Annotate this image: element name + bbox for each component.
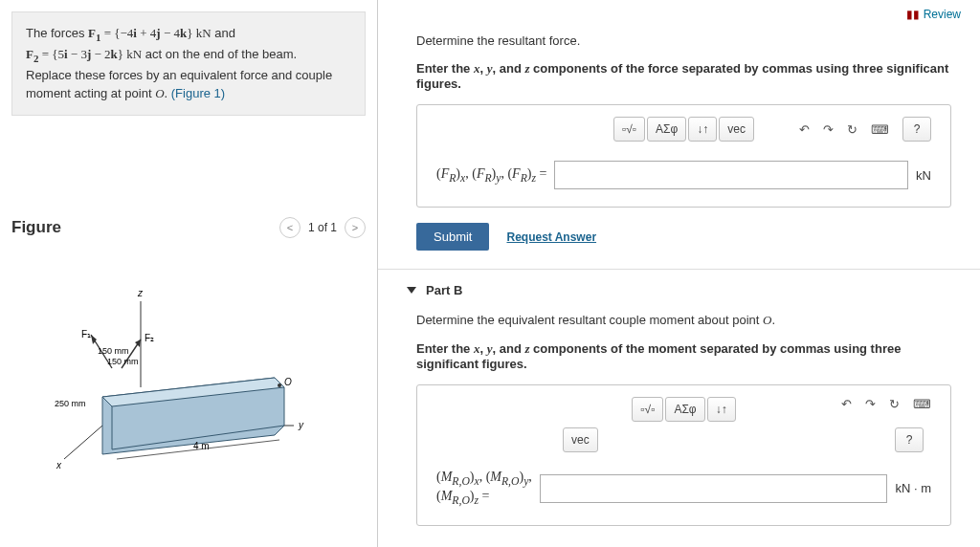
point-o-label: O [284,377,292,387]
axis-x-label: x [56,460,62,470]
part-a-toolbar: ▫√▫ ΑΣφ ↓↑ vec ↶ ↷ ↻ ⌨ ? [436,117,931,142]
problem-text: The forces [26,26,88,40]
part-b-input-row: (MR,O)x, (MR,O)y,(MR,O)z = kN · m [436,470,931,508]
reset-button-b[interactable]: ↻ [889,397,900,411]
part-b-input-panel: ▫√▫ ΑΣφ ↓↑ ↶ ↷ ↻ ⌨ vec ? [416,384,951,526]
collapse-icon [407,287,416,294]
part-a-instruction: Determine the resultant force. [416,33,951,48]
redo-button-b[interactable]: ↷ [865,397,876,411]
part-a-unit: kN [916,168,931,183]
part-a-answer-input[interactable] [554,161,908,189]
help-button-b[interactable]: ? [895,427,924,452]
part-b-answer-input[interactable] [540,474,888,503]
updown-button[interactable]: ↓↑ [688,117,717,142]
svg-point-7 [278,383,281,387]
part-a-input-row: (FR)x, (FR)y, (FR)z = kN [436,161,931,189]
part-a-var-label: (FR)x, (FR)y, (FR)z = [436,166,546,185]
dim-150-1: 150 mm [98,346,129,356]
text-act: act on the end of the beam. [142,47,297,61]
part-b-header[interactable]: Part B [378,274,980,307]
figure-image: x y z O F₁ F₂ 150 [11,273,366,483]
part-b: Determine the equivalent resultant coupl… [378,307,980,540]
f1-label: F₁ [81,329,91,339]
figure-nav: < 1 of 1 > [279,217,366,238]
right-panel: ▮▮ Review Determine the resultant force.… [378,0,980,547]
f2-label: F₂ [145,333,154,343]
part-a: Determine the resultant force. Enter the… [378,0,980,265]
part-a-sub-instruction: Enter the x, y, and z components of the … [416,61,951,91]
dim-250: 250 mm [55,399,86,408]
vec-button[interactable]: vec [719,117,754,142]
figure-link[interactable]: (Figure 1) [171,86,225,100]
f2-expr: = {5i − 3j − 2k} kN [38,47,142,61]
undo-button-b[interactable]: ↶ [841,397,852,411]
part-b-toolbar: ▫√▫ ΑΣφ ↓↑ ↶ ↷ ↻ ⌨ vec ? [436,397,931,452]
greek-button-b[interactable]: ΑΣφ [665,397,704,422]
updown-button-b[interactable]: ↓↑ [707,397,736,422]
vec-button-b[interactable]: vec [563,427,598,452]
f2-symbol: F2 [26,47,38,61]
text-and: and [212,26,235,40]
dim-150-2: 150 mm [107,357,139,366]
figure-title: Figure [11,218,61,237]
part-b-var-label: (MR,O)x, (MR,O)y,(MR,O)z = [436,470,532,508]
figure-prev-button[interactable]: < [279,217,301,238]
part-b-instruction: Determine the equivalent resultant coupl… [416,313,951,328]
keyboard-button-b[interactable]: ⌨ [913,397,931,411]
reset-button[interactable]: ↻ [847,122,858,137]
figure-header: Figure < 1 of 1 > [11,211,366,244]
part-a-input-panel: ▫√▫ ΑΣφ ↓↑ vec ↶ ↷ ↻ ⌨ ? (FR)x, (FR)y, (… [416,104,951,208]
problem-statement: The forces F1 = {−4i + 4j − 4k} kN and F… [11,11,366,116]
part-a-request-answer[interactable]: Request Answer [506,230,596,244]
review-link[interactable]: ▮▮ Review [906,8,961,21]
axis-z-label: z [137,288,144,298]
help-button[interactable]: ? [902,117,931,142]
undo-button[interactable]: ↶ [799,122,810,137]
part-a-submit-button[interactable]: Submit [416,223,489,251]
svg-line-0 [64,426,102,459]
left-panel: The forces F1 = {−4i + 4j − 4k} kN and F… [0,0,378,547]
part-b-unit: kN · m [895,481,931,495]
greek-button[interactable]: ΑΣφ [647,117,686,142]
figure-next-button[interactable]: > [345,217,366,238]
axis-y-label: y [298,420,304,430]
point-o: O [155,86,164,100]
f1-symbol: F1 [88,26,100,40]
templates-button-b[interactable]: ▫√▫ [632,397,663,422]
part-a-submit-row: Submit Request Answer [416,223,951,251]
redo-button[interactable]: ↷ [823,122,834,137]
templates-button[interactable]: ▫√▫ [613,117,645,142]
f1-expr: = {−4i + 4j − 4k} kN [100,26,211,40]
figure-counter: 1 of 1 [308,221,337,234]
flag-icon: ▮▮ [906,8,920,21]
keyboard-button[interactable]: ⌨ [871,122,889,137]
part-b-title: Part B [426,283,462,297]
divider [378,269,980,270]
part-b-sub-instruction: Enter the x, y, and z components of the … [416,341,951,371]
